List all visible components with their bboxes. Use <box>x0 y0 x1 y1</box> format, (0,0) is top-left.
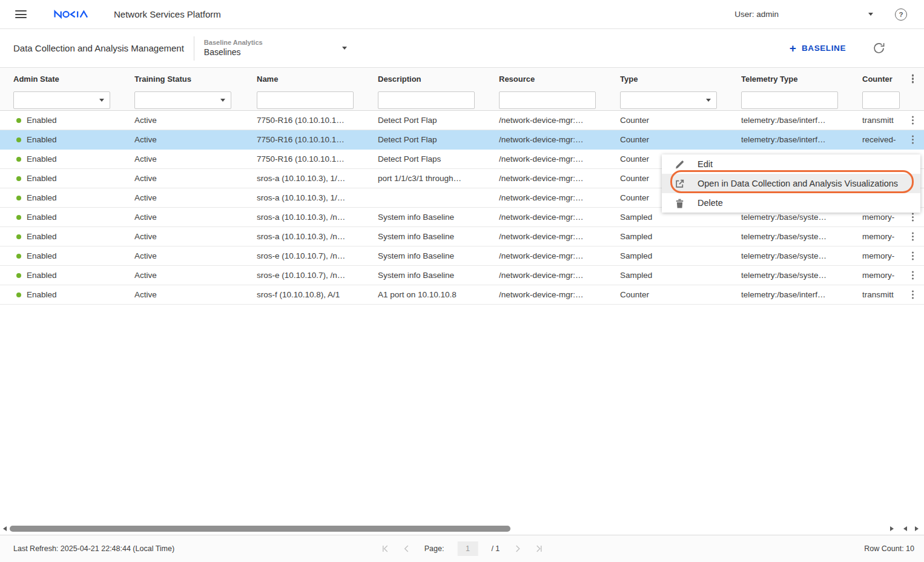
row-context-menu: Edit Open in Data Collection and Analysi… <box>662 154 920 213</box>
filter-type[interactable] <box>620 91 717 109</box>
cell-training-status: Active <box>134 290 257 299</box>
cell-admin-state: Enabled <box>13 271 134 280</box>
filter-name[interactable] <box>257 91 354 109</box>
menu-item-edit[interactable]: Edit <box>662 154 920 174</box>
menu-item-open-in-visualizations[interactable]: Open in Data Collection and Analysis Vis… <box>662 174 920 193</box>
chevron-down-icon <box>220 99 225 102</box>
cell-resource: /network-device-mgr:… <box>499 174 620 183</box>
previous-page-icon[interactable] <box>403 544 411 553</box>
chevron-down-icon <box>706 99 711 102</box>
table-row[interactable]: EnabledActivesros-e (10.10.10.7), /n…Sys… <box>0 266 924 285</box>
status-dot-icon <box>16 215 21 220</box>
cell-admin-state: Enabled <box>13 213 134 222</box>
scrollbar-thumb[interactable] <box>10 526 510 532</box>
filter-counter[interactable] <box>862 91 900 109</box>
help-icon[interactable]: ? <box>895 8 907 21</box>
row-count: Row Count: 10 <box>864 544 914 553</box>
hamburger-menu-icon[interactable] <box>15 10 27 18</box>
chevron-down-icon <box>99 99 104 102</box>
filter-resource-input[interactable] <box>500 92 595 108</box>
last-page-icon[interactable] <box>535 544 543 553</box>
column-header-training-status[interactable]: Training Status <box>134 74 257 84</box>
menu-item-delete[interactable]: Delete <box>662 193 920 213</box>
chevron-down-icon[interactable] <box>868 13 873 16</box>
view-selector[interactable]: Baseline Analytics Baselines <box>204 39 347 58</box>
column-header-counter[interactable]: Counter <box>862 74 902 84</box>
cell-description: Detect Port Flaps <box>378 154 499 164</box>
column-header-type[interactable]: Type <box>620 74 741 84</box>
row-actions-icon[interactable] <box>902 135 924 144</box>
cell-counter: memory- <box>862 232 902 241</box>
scroll-left-icon[interactable] <box>3 526 7 531</box>
user-menu[interactable]: User: admin <box>734 10 779 19</box>
cell-telemetry-type: telemetry:/base/interf… <box>741 116 862 125</box>
filter-training-status[interactable] <box>134 91 231 109</box>
column-header-telemetry-type[interactable]: Telemetry Type <box>741 74 862 84</box>
row-actions-icon[interactable] <box>902 290 924 299</box>
divider <box>194 36 194 61</box>
row-actions-icon[interactable] <box>902 116 924 125</box>
cell-resource: /network-device-mgr:… <box>499 116 620 125</box>
page-columns-right-icon[interactable] <box>915 526 919 531</box>
page-columns-left-icon[interactable] <box>903 526 907 531</box>
table-header-row: Admin StateTraining StatusNameDescriptio… <box>0 68 924 90</box>
filter-telemetry-type[interactable] <box>741 91 838 109</box>
cell-counter: memory- <box>862 213 902 222</box>
cell-name: sros-a (10.10.10.3), 1/… <box>257 174 378 183</box>
cell-resource: /network-device-mgr:… <box>499 271 620 280</box>
filter-name-input[interactable] <box>257 92 353 108</box>
cell-description: System info Baseline <box>378 232 499 241</box>
cell-counter: memory- <box>862 251 902 260</box>
first-page-icon[interactable] <box>381 544 389 553</box>
page-number-input[interactable] <box>457 541 478 556</box>
status-dot-icon <box>16 137 21 142</box>
row-actions-icon[interactable] <box>902 232 924 241</box>
column-header-name[interactable]: Name <box>257 74 378 84</box>
cell-name: sros-a (10.10.10.3), /n… <box>257 213 378 222</box>
page-total: / 1 <box>491 544 500 553</box>
add-baseline-button[interactable]: + BASELINE <box>790 42 846 54</box>
cell-type: Sampled <box>620 232 741 241</box>
cell-type: Sampled <box>620 271 741 280</box>
cell-name: sros-a (10.10.10.3), /n… <box>257 232 378 241</box>
cell-resource: /network-device-mgr:… <box>499 135 620 144</box>
cell-name: sros-a (10.10.10.3), 1/… <box>257 193 378 202</box>
filter-resource[interactable] <box>499 91 596 109</box>
cell-training-status: Active <box>134 232 257 241</box>
row-actions-icon[interactable] <box>902 271 924 280</box>
plus-icon: + <box>790 42 796 54</box>
refresh-icon[interactable] <box>873 42 885 55</box>
scroll-right-icon[interactable] <box>890 526 894 531</box>
next-page-icon[interactable] <box>513 544 521 553</box>
column-header-description[interactable]: Description <box>378 74 499 84</box>
cell-description: port 1/1/c3/1 through… <box>378 174 499 183</box>
filter-description[interactable] <box>378 91 475 109</box>
cell-type: Counter <box>620 116 741 125</box>
row-actions-icon[interactable] <box>902 251 924 260</box>
cell-telemetry-type: telemetry:/base/interf… <box>741 135 862 144</box>
cell-name: 7750-R16 (10.10.10.1… <box>257 116 378 125</box>
table-row[interactable]: EnabledActive7750-R16 (10.10.10.1…Detect… <box>0 111 924 130</box>
status-dot-icon <box>16 254 21 259</box>
table-row[interactable]: EnabledActivesros-e (10.10.10.7), /n…Sys… <box>0 246 924 266</box>
cell-name: sros-f (10.10.10.8), A/1 <box>257 290 378 299</box>
column-header-resource[interactable]: Resource <box>499 74 620 84</box>
column-header-admin-state[interactable]: Admin State <box>13 74 134 84</box>
cell-counter: memory- <box>862 271 902 280</box>
cell-description: System info Baseline <box>378 251 499 260</box>
table-row[interactable]: EnabledActivesros-a (10.10.10.3), /n…Sys… <box>0 227 924 246</box>
filter-telemetry-type-input[interactable] <box>742 92 837 108</box>
status-dot-icon <box>16 234 21 239</box>
row-actions-icon[interactable] <box>902 213 924 222</box>
table-row[interactable]: EnabledActive7750-R16 (10.10.10.1…Detect… <box>0 130 924 150</box>
table-row[interactable]: EnabledActivesros-f (10.10.10.8), A/1A1 … <box>0 285 924 305</box>
cell-admin-state: Enabled <box>13 154 134 164</box>
cell-admin-state: Enabled <box>13 232 134 241</box>
status-dot-icon <box>16 118 21 123</box>
filter-description-input[interactable] <box>378 92 474 108</box>
filter-admin-state[interactable] <box>13 91 110 109</box>
filter-counter-input[interactable] <box>863 92 899 108</box>
cell-type: Sampled <box>620 251 741 260</box>
cell-training-status: Active <box>134 251 257 260</box>
column-settings-icon[interactable] <box>902 74 924 84</box>
